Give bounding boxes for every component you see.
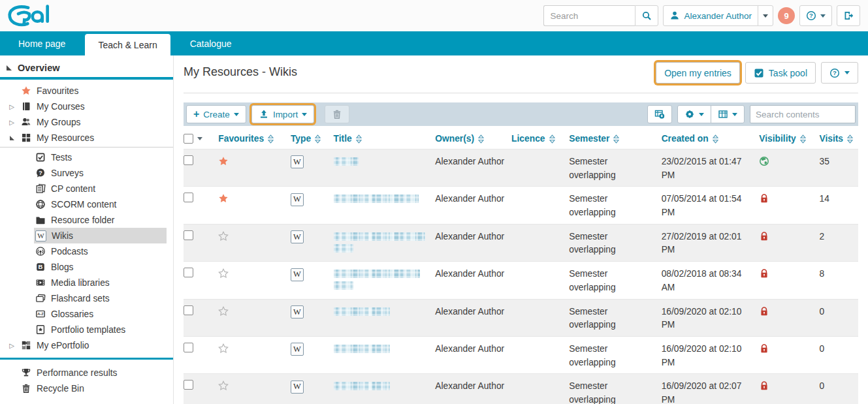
created-on-cell: 07/05/2014 at 01:54 PM [662,187,760,224]
sidebar-item-podcasts[interactable]: Podcasts [34,243,167,259]
favourite-star-icon[interactable] [218,156,229,166]
wiki-type-icon: W [291,193,304,206]
help-dropdown-button[interactable] [821,62,858,84]
cp-content-icon [35,183,46,194]
star-icon [21,85,31,96]
columns-dropdown-button[interactable] [711,105,745,123]
column-header-title[interactable]: Title [334,134,433,144]
sidebar-item-performance-results[interactable]: Performance results [21,365,173,381]
select-all-checkbox[interactable] [184,134,193,144]
sidebar-item-scorm-content[interactable]: SCORM content [34,196,167,212]
sidebar-item-my-resources[interactable]: My Resources [8,130,173,146]
expanded-triangle-icon[interactable] [8,134,16,142]
chevron-down-icon[interactable] [197,137,202,143]
sidebar-item-flashcard-sets[interactable]: Flashcard sets [34,290,167,306]
create-button[interactable]: + Create [186,105,246,123]
settings-dropdown-button[interactable] [677,105,711,123]
sidebar-item-cp-content[interactable]: CP content [34,181,167,196]
import-button[interactable]: Import [251,105,314,123]
redacted-title-link[interactable] [334,232,425,241]
sidebar-item-resource-folder[interactable]: Resource folder [34,212,167,228]
column-header-visibility[interactable]: Visibility [759,134,816,144]
flashcards-icon [35,293,46,303]
sidebar-item-surveys[interactable]: Surveys [34,165,167,181]
sidebar-divider-teal [0,77,173,80]
sidebar-item-wikis[interactable]: W Wikis [34,228,167,243]
user-dropdown-button[interactable] [758,5,773,26]
tab-home-page[interactable]: Home page [7,31,77,55]
visits-cell: 2 [819,224,858,261]
sidebar-item-blogs[interactable]: Blogs [34,259,167,275]
column-header-semester[interactable]: Semester [569,134,658,144]
private-lock-icon [759,193,769,204]
sidebar-divider-teal [0,358,173,360]
sidebar-item-my-courses[interactable]: ▷ My Courses [8,99,173,114]
row-checkbox[interactable] [184,193,193,202]
expanded-triangle-icon [7,65,12,70]
sidebar-item-tests[interactable]: Tests [34,149,167,165]
sidebar-item-glossaries[interactable]: Glossaries [34,306,167,322]
semester-cell: Semester overlapping [569,374,661,404]
redacted-title-link[interactable] [334,194,419,203]
sidebar-item-media-libraries[interactable]: Media libraries [34,275,167,290]
search-input[interactable] [543,5,635,26]
export-table-button[interactable] [647,105,672,123]
column-header-type[interactable]: Type [291,134,331,144]
redacted-title-link[interactable] [334,345,390,353]
sidebar-item-favourites[interactable]: Favourites [21,83,173,99]
row-checkbox[interactable] [184,380,193,390]
trash-icon [21,383,31,394]
sidebar-item-recycle-bin[interactable]: Recycle Bin [21,381,173,396]
favourite-star-outline-icon[interactable] [218,268,229,279]
notification-badge[interactable]: 9 [778,7,795,24]
main-tabbar: Home page Teach & Learn Catalogue [0,31,868,55]
sort-icon [267,134,274,144]
user-name: Alexander Author [684,11,752,21]
redacted-title-link[interactable] [334,382,390,390]
user-button[interactable]: Alexander Author [663,5,758,26]
open-my-entries-button[interactable]: Open my entries [656,62,740,84]
opal-logo[interactable] [7,3,62,28]
sidebar-item-overview[interactable]: Overview [0,61,173,77]
favourite-star-icon[interactable] [218,193,229,204]
redacted-title-link[interactable] [334,270,420,278]
collapsed-triangle-icon[interactable]: ▷ [8,342,16,349]
redacted-title-link[interactable] [334,307,390,316]
collapsed-triangle-icon[interactable]: ▷ [8,119,16,126]
test-icon [35,152,46,163]
tab-catalogue[interactable]: Catalogue [178,31,244,55]
favourite-star-outline-icon[interactable] [218,343,229,354]
logout-button[interactable] [837,5,860,26]
created-on-cell: 08/02/2018 at 08:34 AM [662,262,760,299]
column-header-visits[interactable]: Visits [819,134,856,144]
help-dropdown-button[interactable] [799,5,832,26]
created-on-cell: 16/09/2020 at 02:10 PM [662,336,760,373]
row-checkbox[interactable] [184,230,193,240]
private-lock-icon [759,306,769,317]
search-button[interactable] [635,5,658,26]
favourite-star-outline-icon[interactable] [218,381,229,391]
search-contents-input[interactable] [750,105,856,123]
semester-cell: Semester overlapping [569,149,661,187]
sidebar-item-my-groups[interactable]: ▷ My Groups [8,114,173,130]
sidebar-item-my-eportfolio[interactable]: ▷ My ePortfolio [8,337,173,353]
row-checkbox[interactable] [184,305,193,315]
column-header-licence[interactable]: Licence [511,134,566,144]
grid-icon [21,132,31,143]
sidebar-item-portfolio-templates[interactable]: Portfolio templates [34,322,167,337]
task-pool-button[interactable]: Task pool [745,62,816,84]
row-checkbox[interactable] [184,268,193,277]
column-header-owners[interactable]: Owner(s) [435,134,509,144]
divider [184,93,858,93]
column-header-created-on[interactable]: Created on [662,134,757,144]
redacted-title-link[interactable] [334,157,359,166]
tab-teach-and-learn[interactable]: Teach & Learn [85,34,170,55]
favourite-star-outline-icon[interactable] [218,231,229,241]
semester-cell: Semester overlapping [569,336,661,373]
row-checkbox[interactable] [184,155,193,165]
collapsed-triangle-icon[interactable]: ▷ [8,103,16,110]
favourite-star-outline-icon[interactable] [218,306,229,317]
sort-icon [846,134,854,144]
column-header-favourites[interactable]: Favourites [218,134,288,144]
row-checkbox[interactable] [184,343,193,352]
